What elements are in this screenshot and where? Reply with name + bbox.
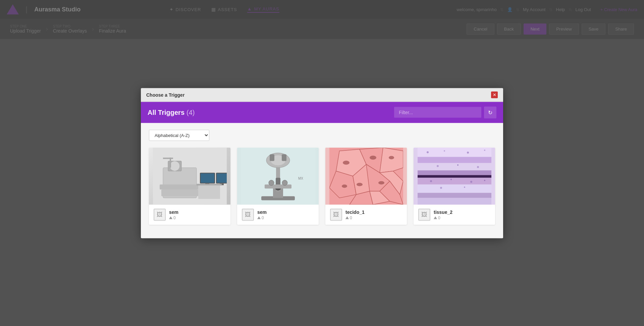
trigger-card-tissue2[interactable]: 🖼 tissue_2 0 [414, 147, 495, 225]
tecido-image [329, 147, 403, 204]
trigger-grid: 🖼 sem 0 [149, 147, 495, 225]
svg-rect-7 [201, 173, 214, 183]
choose-trigger-modal: Choose a Trigger ✕ All Triggers (4) ↻ Al… [141, 88, 503, 238]
trigger-info-sem1: 🖼 sem 0 [149, 204, 230, 225]
svg-point-64 [430, 180, 432, 182]
svg-point-66 [470, 181, 472, 183]
svg-point-44 [357, 183, 363, 186]
svg-rect-12 [197, 184, 222, 185]
svg-rect-15 [163, 157, 173, 159]
svg-point-68 [440, 187, 442, 189]
trigger-info-sem2: 🖼 sem 0 [237, 204, 319, 225]
filter-input[interactable] [394, 107, 481, 118]
modal-titlebar: Choose a Trigger ✕ [141, 88, 503, 102]
svg-rect-13 [198, 185, 220, 199]
modal-header-title: All Triggers [148, 108, 184, 116]
svg-rect-14 [170, 157, 171, 168]
trigger-count-tecido: 0 [345, 215, 402, 220]
trigger-info-tissue2: 🖼 tissue_2 0 [414, 204, 495, 225]
svg-point-45 [378, 181, 384, 184]
trigger-count-sem1: 0 [169, 215, 226, 220]
svg-rect-56 [418, 198, 491, 204]
svg-text:MX: MX [298, 176, 303, 180]
count-icon-sem1 [169, 216, 172, 219]
svg-point-43 [389, 156, 394, 159]
svg-marker-33 [380, 147, 403, 173]
svg-point-28 [269, 180, 274, 185]
trigger-icon-sem2: 🖼 [242, 208, 254, 221]
svg-rect-5 [161, 189, 198, 196]
svg-rect-22 [270, 154, 274, 161]
svg-point-46 [342, 184, 347, 188]
modal-header-count: (4) [186, 108, 195, 116]
modal-title: Choose a Trigger [146, 92, 184, 97]
sort-bar: Alphabetical (A-Z) Alphabetical (Z-A) Da… [149, 130, 495, 141]
svg-point-3 [170, 161, 180, 171]
modal-header-band: All Triggers (4) ↻ [141, 102, 503, 123]
trigger-name-tecido: tecido_1 [345, 209, 402, 215]
trigger-icon-sem1: 🖼 [154, 208, 166, 221]
refresh-button[interactable]: ↻ [484, 106, 496, 118]
trigger-thumb-tissue2 [414, 147, 495, 204]
modal-close-button[interactable]: ✕ [491, 91, 498, 98]
svg-point-41 [343, 160, 350, 165]
count-icon-sem2 [257, 216, 261, 219]
count-icon-tissue2 [434, 216, 437, 219]
svg-point-65 [450, 179, 452, 180]
trigger-card-sem1[interactable]: 🖼 sem 0 [149, 147, 230, 225]
trigger-name-tissue2: tissue_2 [434, 209, 490, 215]
modal-body: Alphabetical (A-Z) Alphabetical (Z-A) Da… [141, 123, 503, 238]
sem1-image [153, 147, 227, 204]
svg-point-69 [464, 186, 465, 188]
svg-point-67 [484, 180, 485, 181]
trigger-info-tecido: 🖼 tecido_1 0 [325, 204, 407, 225]
svg-point-29 [282, 180, 287, 185]
sort-select[interactable]: Alphabetical (A-Z) Alphabetical (Z-A) Da… [149, 130, 209, 141]
trigger-name-sem1: sem [169, 209, 226, 215]
trigger-card-sem2[interactable]: MX 🖼 sem 0 [237, 147, 319, 225]
svg-rect-49 [418, 157, 491, 163]
svg-point-61 [437, 165, 439, 167]
svg-point-60 [484, 149, 485, 151]
sem2-image: MX [241, 147, 315, 204]
trigger-icon-tissue2: 🖼 [418, 208, 430, 221]
tissue2-image [418, 147, 491, 204]
svg-rect-23 [282, 154, 286, 161]
svg-rect-51 [418, 170, 491, 175]
svg-rect-52 [418, 175, 491, 178]
svg-point-59 [467, 151, 469, 153]
trigger-thumb-sem2: MX [237, 147, 319, 204]
svg-point-63 [477, 166, 479, 168]
trigger-card-tecido[interactable]: 🖼 tecido_1 0 [325, 147, 407, 225]
trigger-thumb-tecido [325, 147, 407, 204]
svg-rect-26 [265, 184, 291, 188]
svg-rect-53 [418, 178, 491, 184]
count-icon-tecido [345, 216, 349, 219]
svg-point-62 [457, 164, 459, 166]
trigger-icon-tecido: 🖼 [330, 208, 342, 221]
trigger-count-sem2: 0 [257, 215, 314, 220]
svg-rect-50 [418, 163, 491, 170]
svg-rect-10 [217, 173, 227, 183]
svg-point-42 [370, 155, 376, 159]
svg-point-58 [444, 150, 445, 151]
svg-point-57 [427, 151, 429, 153]
svg-rect-4 [160, 184, 200, 189]
svg-rect-54 [418, 184, 491, 193]
trigger-count-tissue2: 0 [434, 215, 490, 220]
trigger-name-sem2: sem [257, 209, 314, 215]
trigger-thumb-sem1 [149, 147, 230, 204]
svg-rect-55 [418, 193, 491, 198]
